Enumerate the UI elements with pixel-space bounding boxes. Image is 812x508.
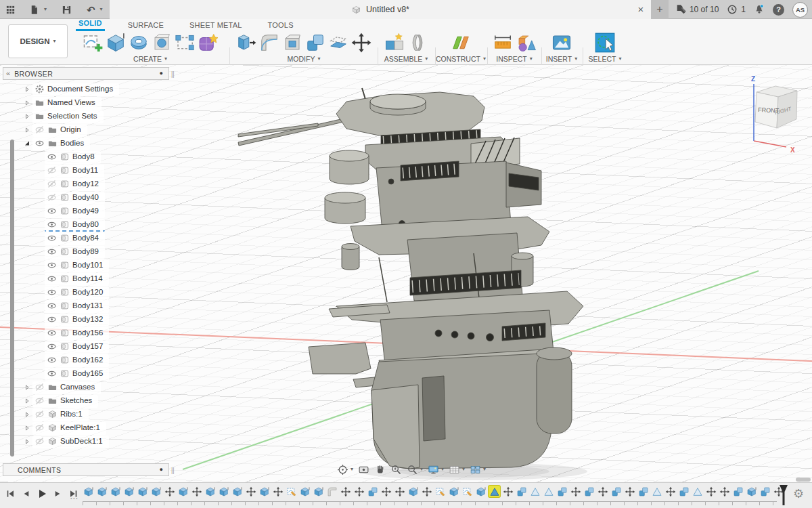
timeline-feature-icon[interactable] bbox=[272, 486, 284, 497]
tree-item-label[interactable]: Body80 bbox=[72, 220, 99, 228]
tree-item-label[interactable]: Body156 bbox=[72, 329, 103, 337]
document-tab[interactable]: Untitled v8* × bbox=[110, 0, 651, 19]
hole-icon[interactable] bbox=[152, 33, 172, 53]
visibility-eye-icon[interactable] bbox=[35, 396, 45, 406]
pattern-icon[interactable] bbox=[175, 33, 195, 53]
visibility-eye-icon[interactable] bbox=[35, 138, 45, 148]
tree-item-label[interactable]: Body157 bbox=[72, 342, 103, 350]
tree-expand-arrow-icon[interactable] bbox=[35, 329, 43, 337]
browser-tree-row[interactable]: Sketches bbox=[0, 394, 119, 408]
comments-panel-header[interactable]: COMMENTS ● bbox=[3, 463, 169, 476]
visibility-eye-icon[interactable] bbox=[47, 301, 57, 311]
browser-tree-row[interactable]: Document Settings bbox=[0, 83, 119, 96]
step-forward-icon[interactable] bbox=[52, 488, 63, 499]
timeline-feature-icon[interactable] bbox=[719, 486, 730, 497]
browser-tree-row[interactable]: Body49 bbox=[0, 205, 119, 218]
browser-tree-row[interactable]: Body40 bbox=[0, 191, 119, 205]
timeline-feature-icon[interactable] bbox=[502, 486, 514, 497]
browser-tree-row[interactable]: Body114 bbox=[0, 272, 119, 286]
create-form-icon[interactable] bbox=[198, 33, 218, 53]
tree-item-label[interactable]: Body89 bbox=[72, 247, 99, 255]
visibility-eye-icon[interactable] bbox=[47, 355, 57, 365]
timeline-feature-icon[interactable] bbox=[651, 486, 662, 497]
display-caret[interactable]: ▾ bbox=[441, 467, 444, 472]
tree-item-label[interactable]: Body131 bbox=[72, 301, 103, 310]
timeline-feature-icon[interactable] bbox=[624, 486, 635, 497]
tree-expand-arrow-icon[interactable] bbox=[35, 248, 43, 256]
look-at-tool-icon[interactable] bbox=[358, 464, 369, 475]
timeline-overflow-ellipsis[interactable]: ⋯ bbox=[70, 494, 78, 503]
tree-item-label[interactable]: Body84 bbox=[72, 234, 99, 242]
app-launcher-icon[interactable] bbox=[5, 5, 16, 15]
tree-item-label[interactable]: Body120 bbox=[72, 288, 103, 296]
revolve-icon[interactable] bbox=[129, 33, 149, 53]
tree-expand-arrow-icon[interactable] bbox=[23, 112, 31, 121]
browser-tree-row[interactable]: Body11 bbox=[0, 164, 119, 177]
visibility-eye-icon[interactable] bbox=[47, 165, 57, 175]
viewport-3d-model[interactable] bbox=[0, 65, 812, 482]
browser-drag-grip[interactable]: || bbox=[171, 70, 175, 78]
timeline-feature-icon[interactable] bbox=[597, 486, 608, 497]
offset-face-icon[interactable] bbox=[328, 33, 348, 53]
view-cube[interactable]: Z X FRONT RIGHT bbox=[743, 70, 811, 158]
timeline-playhead[interactable] bbox=[778, 484, 789, 507]
timeline-feature-icon[interactable] bbox=[732, 486, 744, 497]
press-pull-icon[interactable] bbox=[236, 33, 256, 53]
orbit-tool-icon[interactable] bbox=[337, 464, 348, 475]
timeline-scrollbar[interactable] bbox=[796, 478, 811, 482]
ribbon-tab[interactable]: TOOLS bbox=[265, 20, 296, 31]
joint-icon[interactable] bbox=[407, 33, 428, 53]
tree-item-label[interactable]: Origin bbox=[60, 125, 81, 133]
combine-icon[interactable] bbox=[305, 33, 325, 53]
tree-expand-arrow-icon[interactable] bbox=[23, 397, 31, 405]
tree-expand-arrow-icon[interactable] bbox=[23, 383, 31, 391]
tree-item-label[interactable]: Body165 bbox=[72, 369, 103, 377]
undo-icon[interactable]: ↶ bbox=[87, 5, 95, 15]
tree-expand-arrow-icon[interactable] bbox=[35, 275, 43, 283]
tree-item-label[interactable]: Bodies bbox=[60, 139, 84, 147]
timeline-feature-icon[interactable] bbox=[421, 486, 432, 497]
browser-tree-row[interactable]: Ribs:1 bbox=[0, 408, 119, 421]
new-tab-button[interactable]: + bbox=[651, 0, 669, 19]
tree-expand-arrow-icon[interactable] bbox=[23, 424, 31, 432]
visibility-eye-icon[interactable] bbox=[47, 247, 57, 257]
help-icon[interactable]: ? bbox=[773, 4, 784, 16]
browser-tree-row[interactable]: Body165 bbox=[0, 367, 119, 381]
visibility-eye-icon[interactable] bbox=[35, 409, 45, 419]
tree-item-label[interactable]: Ribs:1 bbox=[60, 410, 83, 418]
tree-expand-arrow-icon[interactable] bbox=[35, 221, 43, 229]
timeline-feature-icon[interactable] bbox=[164, 486, 175, 497]
viewports-icon[interactable] bbox=[470, 464, 481, 475]
tree-item-label[interactable]: Body8 bbox=[72, 152, 95, 161]
timeline-feature-icon[interactable] bbox=[110, 486, 121, 497]
timeline-feature-icon[interactable] bbox=[746, 486, 757, 497]
browser-tree-row[interactable]: Body157 bbox=[0, 340, 119, 354]
browser-tree-row[interactable]: Body84 bbox=[0, 232, 119, 245]
tree-expand-arrow-icon[interactable] bbox=[35, 207, 43, 215]
timeline-feature-icon[interactable] bbox=[340, 486, 351, 497]
timeline-feature-icon[interactable] bbox=[583, 486, 595, 497]
browser-tree-row[interactable]: Bodies bbox=[0, 137, 119, 150]
timeline-settings-gear-icon[interactable]: ⚙ bbox=[793, 486, 804, 501]
timeline-feature-icon[interactable] bbox=[556, 486, 568, 497]
tree-item-label[interactable]: KeelPlate:1 bbox=[60, 423, 100, 431]
browser-tree-row[interactable]: Body132 bbox=[0, 313, 119, 326]
browser-tree-row[interactable]: Body131 bbox=[0, 299, 119, 313]
comments-options-icon[interactable]: ● bbox=[160, 467, 163, 473]
timeline-feature-icon[interactable] bbox=[258, 486, 270, 497]
tree-item-label[interactable]: Named Views bbox=[47, 98, 95, 106]
visibility-eye-icon[interactable] bbox=[47, 341, 57, 352]
grid-settings-icon[interactable] bbox=[449, 464, 460, 475]
browser-tree-row[interactable]: Origin bbox=[0, 123, 119, 137]
timeline-feature-icon[interactable] bbox=[407, 486, 419, 497]
tree-expand-arrow-icon[interactable] bbox=[23, 99, 31, 107]
browser-tree-row[interactable]: Body8 bbox=[0, 150, 119, 164]
timeline-feature-icon[interactable] bbox=[664, 486, 676, 497]
timeline-feature-icon[interactable] bbox=[191, 486, 202, 497]
file-menu-icon[interactable] bbox=[29, 5, 39, 15]
timeline-feature-icon[interactable] bbox=[489, 486, 500, 497]
tree-expand-arrow-icon[interactable] bbox=[35, 316, 43, 324]
tree-expand-arrow-icon[interactable] bbox=[35, 167, 43, 175]
tree-expand-arrow-icon[interactable] bbox=[35, 234, 43, 242]
tree-item-label[interactable]: Body40 bbox=[72, 193, 99, 201]
